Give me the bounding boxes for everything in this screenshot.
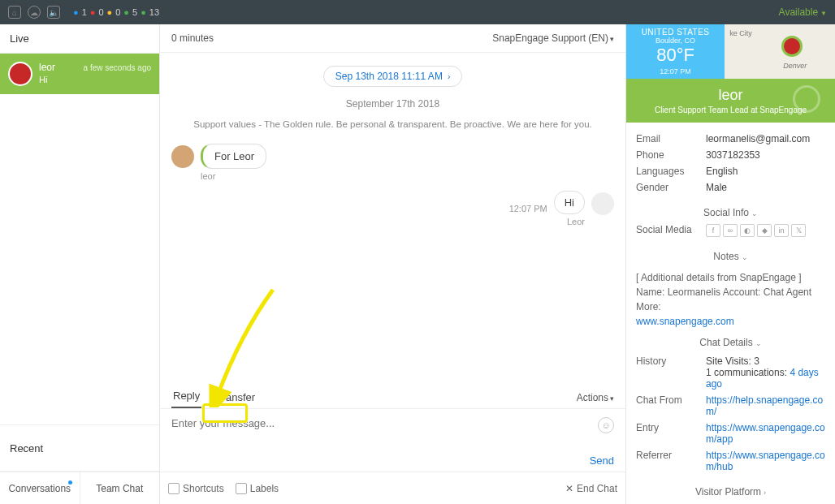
gender-value: Male <box>706 182 825 193</box>
facebook-icon[interactable]: f <box>706 224 720 237</box>
teamchat-tab[interactable]: Team Chat <box>80 472 160 504</box>
weather-widget: UNITED STATES Boulder, CO 80°F 12:07 PM <box>626 24 725 79</box>
tag-icon <box>236 483 247 494</box>
chatfrom-link[interactable]: https://help.snapengage.com/ <box>706 394 823 417</box>
end-chat-button[interactable]: ✕End Chat <box>565 483 617 494</box>
date-divider: September 17th 2018 <box>160 92 625 116</box>
notes-link[interactable]: www.snapengage.com <box>636 316 734 327</box>
message-bubble: Hi <box>554 191 585 214</box>
tab-transfer[interactable]: Transfer <box>214 386 257 408</box>
close-icon: ✕ <box>565 483 573 494</box>
social-media-icons: f ∞ ◐ ◆ in 𝕏 <box>706 224 806 237</box>
chat-duration: 0 minutes <box>171 32 214 44</box>
social-media-label: Social Media <box>636 224 701 237</box>
right-panel: UNITED STATES Boulder, CO 80°F 12:07 PM … <box>626 24 835 504</box>
section-chat-details[interactable]: Chat Details⌄ <box>626 334 835 351</box>
message-bubble: For Leor <box>201 144 266 169</box>
visitor-banner: leor Client Support Team Lead at SnapEng… <box>626 79 835 123</box>
home-icon[interactable]: ⌂ <box>8 6 21 19</box>
flickr-icon[interactable]: ∞ <box>723 224 738 237</box>
cloud-icon[interactable]: ☁ <box>28 6 41 19</box>
languages-value: English <box>706 166 825 177</box>
left-panel: Live leor a few seconds ago Hi Recent Co… <box>0 24 160 504</box>
map-widget[interactable]: ke City Denver <box>725 24 835 79</box>
message-author: Leor <box>567 217 585 226</box>
phone-value: 3037182353 <box>706 149 825 161</box>
recent-header[interactable]: Recent <box>0 424 159 472</box>
message-input[interactable] <box>171 417 526 429</box>
chatfrom-label: Chat From <box>636 394 701 417</box>
tab-reply[interactable]: Reply <box>171 385 201 408</box>
shortcuts-icon <box>168 483 180 494</box>
message-author: leor <box>201 171 266 181</box>
support-widget-dropdown[interactable]: SnapEngage Support (EN)▾ <box>492 32 614 44</box>
message-row-agent: 12:07 PM Hi Leor <box>160 186 625 231</box>
history-value: Site Visits: 31 communications: 4 days a… <box>706 355 825 390</box>
entry-link[interactable]: https://www.snapengage.com/app <box>706 422 825 445</box>
twitter-icon[interactable]: 𝕏 <box>791 224 806 237</box>
gender-label: Gender <box>636 182 701 193</box>
labels-button[interactable]: Labels <box>236 483 279 494</box>
actions-dropdown[interactable]: Actions▾ <box>577 387 614 408</box>
history-timestamp-pill[interactable]: Sep 13th 2018 11:11 AM› <box>323 66 462 87</box>
lock-icon <box>793 85 820 113</box>
email-value: leormanelis@gmail.com <box>706 133 825 144</box>
section-visitor-platform[interactable]: Visitor Platform› <box>626 483 835 501</box>
center-panel: 0 minutes SnapEngage Support (EN)▾ Sep 1… <box>160 24 626 504</box>
avatar <box>591 192 614 215</box>
avatar <box>171 145 194 168</box>
email-label: Email <box>636 133 701 144</box>
chat-item-preview: Hi <box>39 75 151 84</box>
live-header: Live <box>0 24 159 54</box>
emoji-icon[interactable]: ☺ <box>598 417 614 433</box>
system-message: Support values - The Golden rule. Be per… <box>160 116 625 139</box>
chat-item-time: a few seconds ago <box>84 63 151 72</box>
section-js-variables[interactable]: Javascript Variables⌄ <box>626 501 835 504</box>
message-row-visitor: For Leor leor <box>160 139 625 186</box>
chat-list-item[interactable]: leor a few seconds ago Hi <box>0 54 159 94</box>
status-counters: ●1 ●0 ●0 ●5 ●13 <box>73 7 159 17</box>
section-social-info[interactable]: Social Info⌄ <box>626 204 835 222</box>
github-icon[interactable]: ◐ <box>740 224 755 237</box>
map-pin-icon <box>781 36 803 57</box>
history-label: History <box>636 355 701 390</box>
chat-item-name: leor <box>39 62 55 73</box>
phone-label: Phone <box>636 149 701 161</box>
entry-label: Entry <box>636 422 701 445</box>
send-button[interactable]: Send <box>590 454 614 467</box>
notes-content: [ Additional details from SnapEngage ] N… <box>626 265 835 334</box>
languages-label: Languages <box>636 166 701 177</box>
section-notes[interactable]: Notes⌄ <box>626 248 835 265</box>
notification-dot <box>68 480 72 485</box>
conversations-tab[interactable]: Conversations <box>0 472 80 504</box>
availability-dropdown[interactable]: Available▼ <box>779 6 827 18</box>
referrer-label: Referrer <box>636 450 701 472</box>
referrer-link[interactable]: https://www.snapengage.com/hub <box>706 450 825 472</box>
picasa-icon[interactable]: ◆ <box>757 224 772 237</box>
top-bar: ⌂ ☁ 🔈 ●1 ●0 ●0 ●5 ●13 Available▼ <box>0 0 835 24</box>
linkedin-icon[interactable]: in <box>774 224 789 237</box>
sound-icon[interactable]: 🔈 <box>47 6 60 19</box>
message-time: 12:07 PM <box>509 204 547 213</box>
shortcuts-button[interactable]: Shortcuts <box>168 483 224 494</box>
avatar <box>8 62 32 86</box>
